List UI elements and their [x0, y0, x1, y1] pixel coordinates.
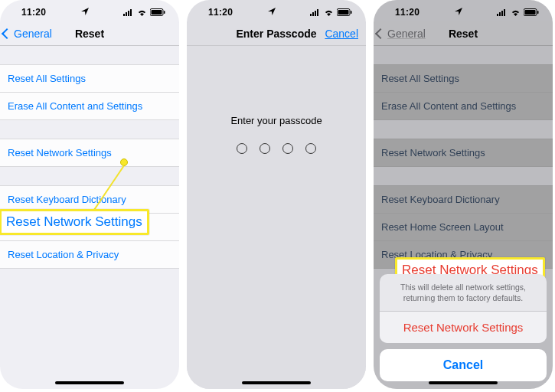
- location-icon: [268, 7, 276, 18]
- settings-list: Reset All Settings Erase All Content and…: [0, 46, 179, 269]
- phone-screen-2: 11:20 Enter Passcode Cancel Enter your p…: [187, 0, 366, 389]
- nav-bar: Enter Passcode Cancel: [187, 21, 366, 46]
- passcode-dot: [282, 143, 293, 154]
- passcode-dot: [260, 143, 270, 154]
- reset-network-settings[interactable]: Reset Network Settings: [0, 139, 179, 167]
- svg-rect-0: [123, 14, 125, 16]
- passcode-body: Enter your passcode: [187, 46, 366, 389]
- back-button[interactable]: General: [3, 21, 52, 45]
- erase-all-content[interactable]: Erase All Content and Settings: [0, 93, 179, 120]
- sheet-message: This will delete all network settings, r…: [380, 274, 547, 312]
- chevron-left-icon: [3, 28, 12, 40]
- sheet-cancel-button[interactable]: Cancel: [380, 349, 547, 381]
- passcode-dot: [305, 143, 316, 154]
- phone-screen-3: 11:20 General Reset Reset All Settings E…: [374, 0, 553, 389]
- status-icons: [310, 8, 352, 16]
- passcode-dots[interactable]: [237, 143, 316, 154]
- signal-icon: [310, 9, 321, 16]
- callout-marker: [120, 158, 128, 166]
- svg-rect-9: [315, 11, 316, 16]
- svg-rect-13: [351, 11, 352, 14]
- callout-reset-network: Reset Network Settings: [0, 209, 149, 235]
- wifi-icon: [137, 9, 147, 16]
- reset-all-settings[interactable]: Reset All Settings: [0, 64, 179, 93]
- svg-rect-5: [151, 10, 162, 15]
- svg-rect-3: [130, 9, 132, 16]
- nav-title: Reset: [75, 28, 104, 40]
- location-icon: [81, 7, 89, 18]
- home-indicator[interactable]: [429, 381, 498, 384]
- phone-screen-1: 11:20 General Reset Reset All Settings E…: [0, 0, 179, 389]
- battery-icon: [337, 8, 352, 16]
- signal-icon: [123, 9, 134, 16]
- passcode-prompt: Enter your passcode: [230, 115, 322, 126]
- home-indicator[interactable]: [242, 381, 311, 384]
- back-label: General: [14, 28, 52, 40]
- reset-location-privacy[interactable]: Reset Location & Privacy: [0, 241, 179, 269]
- passcode-dot: [237, 143, 247, 154]
- sheet-card: This will delete all network settings, r…: [380, 274, 547, 343]
- nav-bar: General Reset: [0, 21, 179, 46]
- svg-rect-2: [128, 11, 129, 16]
- sheet-destructive-action[interactable]: Reset Network Settings: [380, 312, 547, 343]
- svg-rect-10: [317, 9, 318, 16]
- battery-icon: [150, 8, 165, 16]
- svg-rect-6: [164, 11, 165, 14]
- action-sheet: This will delete all network settings, r…: [380, 274, 547, 381]
- svg-rect-1: [126, 12, 127, 16]
- status-icons: [123, 8, 165, 16]
- status-bar: 11:20: [0, 0, 179, 21]
- status-bar: 11:20: [187, 0, 366, 21]
- svg-rect-8: [312, 12, 314, 16]
- svg-rect-7: [310, 14, 312, 16]
- home-indicator[interactable]: [55, 381, 124, 384]
- status-time: 11:20: [21, 7, 46, 18]
- wifi-icon: [324, 9, 334, 16]
- status-time: 11:20: [208, 7, 233, 18]
- cancel-button[interactable]: Cancel: [325, 21, 358, 45]
- nav-title: Enter Passcode: [236, 28, 316, 40]
- svg-rect-12: [338, 10, 348, 15]
